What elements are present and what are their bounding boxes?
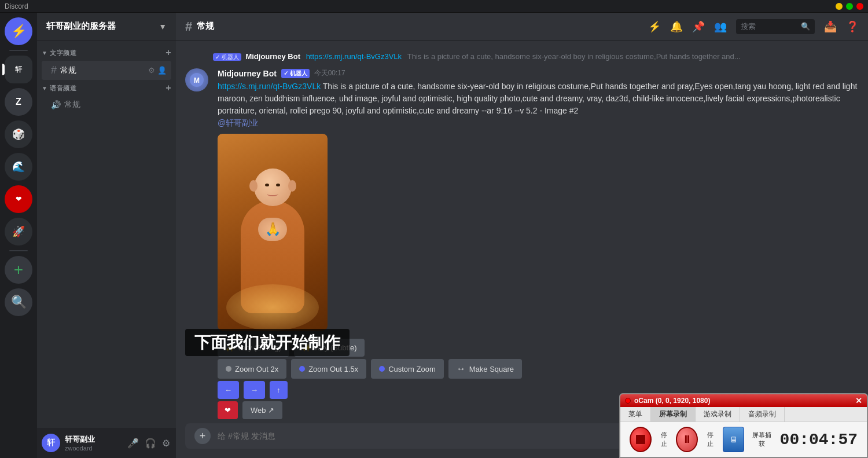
server-sidebar: ⚡ 轩 Z 🎲 🌊 ❤ 🚀 + 🔍 [0,13,37,458]
search-box[interactable]: 搜索 🔍 [736,19,815,34]
server-header[interactable]: 轩哥副业的服务器 ▼ [37,13,176,41]
ocam-capture-label: 屏幕捕获 [751,431,773,448]
discord-home-button[interactable]: ⚡ [5,17,32,45]
user-avatar: 轩 [42,434,60,452]
server-icon-z[interactable]: Z [5,88,32,116]
channel-header-hash-icon: # [185,19,192,34]
add-voice-channel-button[interactable]: + [165,83,171,93]
ocam-timer: 00:04:57 [780,431,858,449]
monk-smile [267,192,278,196]
ocam-pause-button[interactable]: ⏸ [676,427,698,452]
active-server-indicator [2,64,5,75]
nav-left-icon: ← [225,386,232,394]
ocam-tab-menu[interactable]: 菜单 [620,407,651,422]
monk-eyes [265,184,280,186]
server-icon-red[interactable]: ❤ [5,185,32,213]
zoom-out-1-5x-button[interactable]: Zoom Out 1.5x [291,359,366,379]
ocam-tab-audio-record[interactable]: 音频录制 [740,407,785,422]
ocam-close-button[interactable]: ✕ [855,396,862,405]
mute-icon[interactable]: 🔔 [670,20,683,33]
server-icon-rocket[interactable]: 🚀 [5,218,32,246]
zoom-2x-icon [226,366,231,372]
channel-settings-icon[interactable]: ⚙ [148,66,155,75]
ocam-body: 停止 ⏸ 停止 🖥 屏幕捕获 00:04:57 [620,422,867,457]
svg-text:M: M [194,76,200,85]
nav-right-icon: → [251,386,258,394]
message-link[interactable]: https://s.mj.run/qt-BvGz3VLk [218,82,321,91]
server-name: 轩哥副业的服务器 [46,21,116,32]
ocam-tab-game-record[interactable]: 游戏录制 [696,407,740,422]
messages-area: ✓ 机器人 Midjourney Bot https://s.mj.run/qt… [176,41,868,423]
nav-left-button[interactable]: ← [218,381,239,399]
monk-left-ear [249,180,258,192]
notification-bot-name: Midjourney Bot [245,52,300,61]
titlebar: Discord [0,0,868,13]
window-controls [836,3,863,10]
ocam-stop-button[interactable] [630,427,652,452]
text-category-label: 文字频道 [50,49,76,57]
ocam-titlebar: oCam (0, 0, 1920, 1080) ✕ [620,394,867,407]
custom-zoom-label: Custom Zoom [388,365,436,373]
server-icon-main[interactable]: 轩 [5,56,32,83]
vary-subtle-button[interactable]: ✨ Vary (Subtle) [294,339,365,357]
zoom-out-2x-label: Zoom Out 2x [235,365,278,373]
notification-preview: This is a picture of a cute, handsome si… [407,52,741,61]
ocam-overlay: oCam (0, 0, 1920, 1080) ✕ 菜单 屏幕录制 游戏录制 音… [619,393,868,458]
attach-button[interactable]: + [194,428,211,444]
ocam-capture-button[interactable]: 🖥 [723,427,745,452]
notification-badge: ✓ 机器人 [213,53,241,61]
ocam-title: oCam (0, 0, 1920, 1080) [634,397,710,405]
help-icon[interactable]: ❓ [846,20,859,33]
voice-category[interactable]: ▼ 语音频道 + [37,80,176,96]
generated-image-container [218,134,328,331]
web-button[interactable]: Web ↗ [242,401,282,419]
category-arrow-text: ▼ [42,50,47,56]
members-icon[interactable]: 👥 [714,20,727,33]
mic-button[interactable]: 🎤 [126,437,140,450]
message-text: https://s.mj.run/qt-BvGz3VLk This is a p… [218,80,859,129]
custom-zoom-button[interactable]: Custom Zoom [371,359,444,379]
text-category[interactable]: ▼ 文字频道 + [37,45,176,60]
message-mention[interactable]: @轩哥副业 [218,118,258,127]
channel-item-general-voice[interactable]: 🔊 常规 [42,96,171,113]
server-icon-wave[interactable]: 🌊 [5,153,32,181]
monk-right-ear [288,180,296,192]
inbox-icon[interactable]: 📥 [824,20,837,33]
headset-button[interactable]: 🎧 [144,437,157,450]
discover-servers-button[interactable]: 🔍 [5,288,32,316]
heart-button[interactable]: ❤ [218,401,238,419]
server-divider [9,50,28,51]
channel-item-general-text[interactable]: # 常规 ⚙ 👤 [42,61,171,80]
server-icon-dice[interactable]: 🎲 [5,120,32,148]
maximize-button[interactable] [846,3,853,10]
nav-right-button[interactable]: → [244,381,265,399]
action-buttons: ✨ Vary (Strong) ✨ Vary (Subtle) [218,339,859,357]
titlebar-title: Discord [5,2,28,10]
threads-icon[interactable]: ⚡ [648,20,661,33]
ocam-stop-icon [636,435,645,444]
settings-button[interactable]: ⚙ [161,437,171,450]
channel-item-icons: ⚙ 👤 [148,66,167,75]
channel-name-general: 常规 [60,65,148,76]
zoom-out-2x-button[interactable]: Zoom Out 2x [218,359,286,379]
voice-category-label: 语音频道 [50,84,76,93]
ocam-tabs: 菜单 屏幕录制 游戏录制 音频录制 [620,407,867,422]
user-info: 轩哥副业 zwoodard [65,434,122,452]
minimize-button[interactable] [836,3,843,10]
vary-strong-button[interactable]: ✨ Vary (Strong) [218,339,289,357]
make-square-button[interactable]: ↔ Make Square [448,359,522,379]
channel-header-name: 常规 [197,21,214,32]
notification-link-text[interactable]: https://s.mj.run/qt-BvGz3VLk [306,52,402,61]
add-server-button[interactable]: + [5,256,32,284]
ocam-tab-screen-record[interactable]: 屏幕录制 [651,407,696,422]
close-button[interactable] [856,3,863,10]
pin-icon[interactable]: 📌 [692,20,705,33]
add-channel-button[interactable]: + [165,47,171,58]
server-divider-2 [9,250,28,251]
nav-up-button[interactable]: ↑ [270,381,288,399]
ocam-pause-icon: ⏸ [682,434,692,446]
channel-invite-icon[interactable]: 👤 [157,66,167,75]
ocam-stop-label: 停止 [659,431,670,448]
monk-left-eye [265,184,269,186]
ocam-pause-label: 停止 [705,431,716,448]
